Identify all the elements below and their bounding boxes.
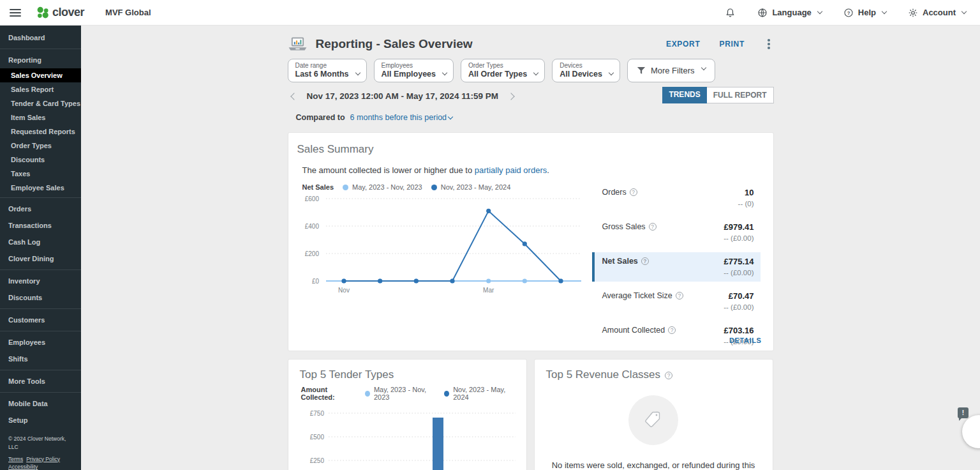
net-sales-chart[interactable]: £0£200£400£600NovMar — [297, 193, 584, 302]
sidebar-item-inventory[interactable]: Inventory — [0, 273, 81, 289]
help-tooltip-icon[interactable]: ? — [630, 188, 637, 196]
top-bar: clover MVF Global Language ? Help — [0, 0, 980, 26]
svg-text:?: ? — [847, 10, 850, 15]
chevron-down-icon — [609, 70, 614, 75]
chevron-down-icon — [533, 70, 538, 75]
sales-summary-card: Sales Summary The amount collected is lo… — [288, 132, 774, 351]
full-report-tab[interactable]: FULL REPORT — [707, 87, 774, 103]
legend-item: Nov, 2023 - May, 2024 — [444, 386, 514, 401]
clover-leaf-icon — [35, 5, 50, 20]
partially-paid-orders-link[interactable]: partially paid orders — [475, 165, 547, 175]
price-tags-icon — [641, 407, 666, 433]
sidebar-item-taxes[interactable]: Taxes — [0, 167, 81, 181]
trends-tab[interactable]: TRENDS — [662, 87, 706, 103]
sidebar-item-shifts[interactable]: Shifts — [0, 351, 81, 367]
help-label: Help — [858, 8, 876, 17]
globe-icon — [757, 8, 768, 18]
help-tooltip-icon[interactable]: ? — [665, 372, 672, 379]
export-button[interactable]: EXPORT — [666, 40, 701, 49]
details-link[interactable]: DETAILS — [729, 337, 761, 344]
sidebar-item-cash-log[interactable]: Cash Log — [0, 234, 81, 250]
net-sales-legend: Net Sales May, 2023 - Nov, 2023Nov, 2023… — [302, 183, 584, 191]
compared-to-selector[interactable]: 6 months before this period — [350, 113, 452, 122]
partially-paid-note: The amount collected is lower or higher … — [302, 165, 761, 175]
account-label: Account — [923, 8, 956, 17]
help-tooltip-icon[interactable]: ? — [676, 292, 683, 299]
legend-item: May, 2023 - Nov, 2023 — [365, 386, 435, 401]
previous-period-arrow[interactable] — [290, 93, 297, 100]
sidebar-item-requested-reports[interactable]: Requested Reports — [0, 125, 81, 139]
sidebar-divider — [0, 308, 81, 309]
notification-bell-icon[interactable] — [725, 7, 736, 19]
legend-series-name: May, 2023 - Nov, 2023 — [374, 386, 435, 401]
stat-delta: -- (£0.00) — [724, 303, 754, 311]
sidebar-item-more-tools[interactable]: More Tools — [0, 373, 81, 390]
filter-label: Order Types — [468, 62, 527, 69]
sidebar-item-tender-card-types[interactable]: Tender & Card Types — [0, 96, 81, 110]
filter-employees[interactable]: EmployeesAll Employees — [374, 59, 454, 82]
sidebar-item-employee-sales[interactable]: Employee Sales — [0, 181, 81, 195]
sidebar-item-item-sales[interactable]: Item Sales — [0, 110, 81, 125]
language-menu[interactable]: Language — [757, 8, 821, 18]
filter-bar: Date rangeLast 6 MonthsEmployeesAll Empl… — [288, 59, 774, 82]
help-tooltip-icon[interactable]: ? — [641, 257, 649, 265]
sidebar-item-discounts[interactable]: Discounts — [0, 289, 81, 306]
help-tooltip-icon[interactable]: ? — [668, 326, 676, 334]
sidebar-divider — [0, 331, 81, 331]
stat-row-gross-sales[interactable]: Gross Sales ? £979.41-- (£0.00) — [592, 218, 761, 247]
filter-date-range[interactable]: Date rangeLast 6 Months — [288, 59, 367, 82]
sidebar-item-sales-report[interactable]: Sales Report — [0, 82, 81, 96]
language-label: Language — [772, 8, 811, 17]
reporting-chart-icon — [288, 36, 308, 52]
footer-link-privacy-policy[interactable]: Privacy Policy — [26, 455, 60, 464]
stat-row-amount-collected[interactable]: Amount Collected ? £703.16-- (£0.00) — [592, 321, 761, 351]
sidebar: DashboardReportingSales OverviewSales Re… — [0, 26, 81, 470]
sidebar-item-order-types[interactable]: Order Types — [0, 139, 81, 153]
sidebar-item-transactions[interactable]: Transactions — [0, 217, 81, 234]
help-menu[interactable]: ? Help — [843, 8, 886, 18]
filter-devices[interactable]: DevicesAll Devices — [552, 59, 620, 82]
stat-row-average-ticket-size[interactable]: Average Ticket Size ? £70.47-- (£0.00) — [592, 287, 761, 316]
sidebar-item-setup[interactable]: Setup — [0, 412, 81, 428]
copyright-text: © 2024 Clover Network, LLC — [8, 435, 77, 451]
next-period-arrow[interactable] — [507, 93, 514, 100]
sidebar-item-dashboard[interactable]: Dashboard — [0, 29, 81, 46]
sidebar-divider — [0, 370, 81, 370]
footer-link-accessibility[interactable]: Accessibility — [8, 463, 38, 470]
stat-label: Orders ? — [602, 188, 637, 208]
stat-row-orders[interactable]: Orders ? 10-- (0) — [592, 183, 761, 213]
clover-logo[interactable]: clover — [35, 5, 84, 20]
feedback-button[interactable] — [962, 415, 980, 448]
sidebar-item-discounts[interactable]: Discounts — [0, 153, 81, 167]
empty-state-text: No items were sold, exchanged, or refund… — [546, 460, 761, 470]
sidebar-footer-links: TermsPrivacy PolicyAccessibilityProduct … — [8, 455, 77, 470]
chevron-down-icon — [442, 70, 447, 75]
svg-text:£600: £600 — [304, 195, 319, 202]
more-options-kebab-icon[interactable] — [764, 38, 774, 50]
filter-label: Date range — [295, 62, 349, 69]
sidebar-item-sales-overview[interactable]: Sales Overview — [0, 68, 81, 82]
sidebar-item-reporting[interactable]: Reporting — [0, 52, 81, 68]
hamburger-menu-icon[interactable] — [10, 7, 21, 19]
chevron-down-icon — [817, 9, 822, 14]
filter-order-types[interactable]: Order TypesAll Order Types — [461, 59, 545, 82]
stat-value: £979.41 — [724, 222, 754, 232]
sidebar-item-mobile-data[interactable]: Mobile Data — [0, 395, 81, 412]
svg-text:Mar: Mar — [483, 287, 494, 294]
more-filters-button[interactable]: More Filters — [627, 59, 715, 82]
stat-row-net-sales[interactable]: Net Sales ? £775.14-- (£0.00) — [592, 252, 761, 282]
help-tooltip-icon[interactable]: ? — [649, 223, 657, 231]
main-content: Reporting - Sales Overview EXPORT PRINT … — [81, 26, 980, 470]
chevron-down-icon — [961, 9, 967, 14]
account-menu[interactable]: Account — [908, 8, 966, 18]
print-button[interactable]: PRINT — [720, 40, 745, 49]
sidebar-item-employees[interactable]: Employees — [0, 334, 81, 351]
filter-value: All Employees — [382, 70, 436, 79]
sidebar-item-orders[interactable]: Orders — [0, 201, 81, 217]
footer-link-terms[interactable]: Terms — [8, 455, 23, 464]
svg-text:£200: £200 — [304, 250, 319, 257]
tender-types-chart[interactable]: £250£500£750 — [300, 406, 517, 470]
sidebar-item-clover-dining[interactable]: Clover Dining — [0, 250, 81, 267]
date-range-text: Nov 17, 2023 12:00 AM - May 17, 2024 11:… — [307, 91, 498, 101]
sidebar-item-customers[interactable]: Customers — [0, 312, 81, 328]
